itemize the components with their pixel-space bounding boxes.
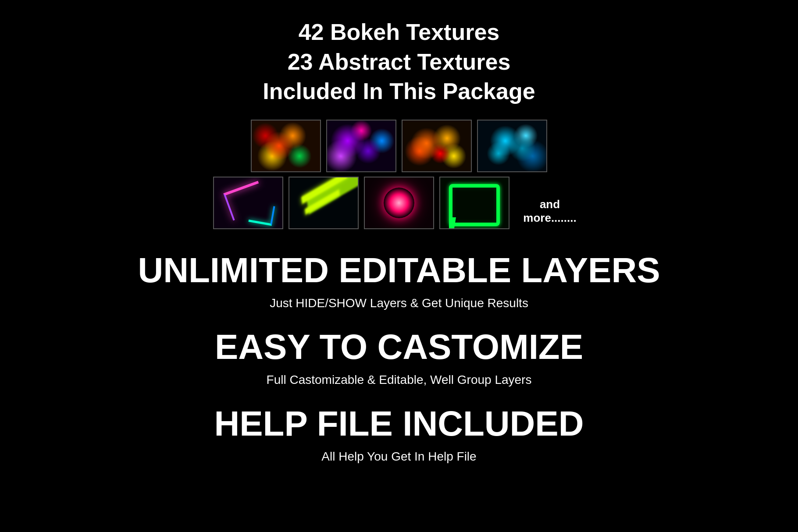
feature-block-2: EASY TO CASTOMIZE Full Castomizable & Ed… bbox=[9, 328, 789, 387]
thumbnail-bokeh-3 bbox=[402, 120, 472, 172]
and-more-text: and more........ bbox=[515, 198, 585, 229]
thumbnails-container: and more........ bbox=[213, 120, 585, 229]
thumbnail-abstract-2 bbox=[289, 177, 359, 229]
feature-heading-2: EASY TO CASTOMIZE bbox=[9, 328, 789, 366]
thumbnail-bokeh-4 bbox=[477, 120, 547, 172]
header-line2: 23 Abstract Textures bbox=[263, 47, 535, 77]
thumbnail-bokeh-1 bbox=[251, 120, 321, 172]
feature-subheading-1: Just HIDE/SHOW Layers & Get Unique Resul… bbox=[9, 296, 789, 310]
features-section: UNLIMITED EDITABLE LAYERS Just HIDE/SHOW… bbox=[9, 251, 789, 481]
header-title: 42 Bokeh Textures 23 Abstract Textures I… bbox=[263, 18, 535, 106]
feature-block-1: UNLIMITED EDITABLE LAYERS Just HIDE/SHOW… bbox=[9, 251, 789, 310]
thumbnails-row-2: and more........ bbox=[213, 177, 585, 229]
thumbnail-abstract-3 bbox=[364, 177, 434, 229]
header-line3: Included In This Package bbox=[263, 77, 535, 106]
thumbnail-abstract-1 bbox=[213, 177, 283, 229]
feature-heading-1: UNLIMITED EDITABLE LAYERS bbox=[9, 251, 789, 290]
thumbnails-row-1 bbox=[251, 120, 547, 172]
feature-heading-3: HELP FILE INCLUDED bbox=[9, 404, 789, 443]
feature-block-3: HELP FILE INCLUDED All Help You Get In H… bbox=[9, 404, 789, 464]
feature-subheading-3: All Help You Get In Help File bbox=[9, 450, 789, 464]
header-line1: 42 Bokeh Textures bbox=[263, 18, 535, 47]
thumbnail-bokeh-2 bbox=[326, 120, 396, 172]
header-section: 42 Bokeh Textures 23 Abstract Textures I… bbox=[263, 18, 535, 106]
thumbnail-abstract-4 bbox=[439, 177, 509, 229]
feature-subheading-2: Full Castomizable & Editable, Well Group… bbox=[9, 373, 789, 387]
